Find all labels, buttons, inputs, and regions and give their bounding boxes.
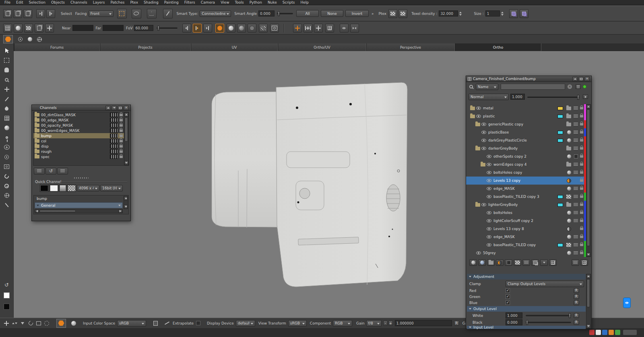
gain-fstop-dropdown[interactable]: f/8 <box>366 320 382 327</box>
layer-row-selected[interactable]: Levels 13 copy <box>466 177 586 185</box>
export-icon[interactable] <box>46 9 55 18</box>
layer-row[interactable]: edge_MASK <box>466 233 586 241</box>
list-icon[interactable] <box>574 123 578 126</box>
far-field[interactable] <box>103 25 124 31</box>
lock-icon[interactable] <box>580 220 583 222</box>
mirror-off-icon[interactable] <box>193 24 202 33</box>
polygon-select-icon[interactable] <box>147 9 157 18</box>
layer-row[interactable]: darkGreyPlasticCircle <box>466 136 586 144</box>
group-folder-icon[interactable] <box>470 107 475 110</box>
grid-view-icon[interactable] <box>580 259 588 266</box>
input-level-header[interactable]: Input Level <box>467 326 586 329</box>
background-color-swatch[interactable] <box>0 301 14 312</box>
menu-objects[interactable]: Objects <box>48 0 68 4</box>
smart-type-dropdown[interactable]: Connectedness <box>200 10 231 17</box>
open-project-icon[interactable] <box>13 9 22 18</box>
layer-row[interactable]: darkerGreyBody <box>466 144 586 152</box>
filter-mode-dropdown[interactable]: Name <box>476 84 498 90</box>
symmetry-y-icon[interactable] <box>314 24 323 33</box>
marquee-select-icon[interactable] <box>117 9 127 18</box>
red-checkbox[interactable]: ✓ <box>506 288 510 293</box>
menu-painting[interactable]: Painting <box>161 0 182 4</box>
layer-color-swatch[interactable] <box>557 203 563 207</box>
uv-view-icon[interactable] <box>3 24 12 33</box>
fov-field[interactable]: 60.000 <box>134 25 153 31</box>
sphere-tool-icon[interactable] <box>0 123 14 133</box>
marquee-select-tool-icon[interactable] <box>0 55 14 65</box>
projector-icon[interactable] <box>14 24 23 33</box>
project-hex-icon[interactable] <box>56 319 66 328</box>
list-icon[interactable] <box>574 235 578 239</box>
blend-amount-slider[interactable] <box>527 97 580 98</box>
white-reset-button[interactable]: R <box>574 313 579 318</box>
lock-icon[interactable] <box>580 115 583 117</box>
layer-visibility-icon[interactable] <box>487 227 491 230</box>
layer-visibility-icon[interactable] <box>476 107 481 110</box>
channel-row[interactable]: 00_wornEdges_MASK <box>33 128 124 133</box>
near-field[interactable] <box>72 25 93 31</box>
menu-camera[interactable]: Camera <box>198 0 218 4</box>
symmetry-x-icon[interactable] <box>303 24 312 33</box>
channel-row[interactable]: 00_opacity_MASK <box>33 123 124 128</box>
layer-row[interactable]: plasticBase <box>466 128 586 136</box>
lock-icon[interactable] <box>580 236 583 238</box>
tab-forums[interactable]: Forums <box>14 43 100 51</box>
display-device-dropdown[interactable]: default <box>236 320 255 327</box>
projector-tool-icon[interactable] <box>0 181 14 191</box>
tab-perspective[interactable]: Perspective <box>366 43 455 51</box>
pan-hand-tool-icon[interactable] <box>0 65 14 75</box>
list-icon[interactable] <box>574 195 578 199</box>
blend-amount-field[interactable]: 1.000 <box>510 94 525 100</box>
layer-color-swatch[interactable] <box>557 195 563 199</box>
gain-value-field[interactable]: 1.000000 <box>395 320 452 326</box>
facing-dropdown[interactable]: Front <box>89 10 114 17</box>
shader-group-dropdown[interactable]: General <box>35 202 123 208</box>
menu-filters[interactable]: Filters <box>182 0 198 4</box>
menu-patches[interactable]: Patches <box>107 0 127 4</box>
grey-gradient-swatch[interactable] <box>59 185 66 192</box>
lock-icon[interactable] <box>580 244 583 246</box>
eyedropper-tool-icon[interactable] <box>0 200 14 210</box>
white-field[interactable]: 1.000 <box>506 312 522 319</box>
save-project-icon[interactable] <box>23 9 32 18</box>
texel-density-field[interactable]: 32.000 <box>439 10 458 16</box>
layer-visibility-icon[interactable] <box>487 243 491 247</box>
add-channel-icon[interactable] <box>34 168 45 175</box>
menu-view[interactable]: View <box>218 0 232 4</box>
layer-visibility-icon[interactable] <box>487 163 491 166</box>
move-view-icon[interactable] <box>2 319 10 328</box>
brush-tip-soft-icon[interactable] <box>227 24 235 33</box>
menu-tools[interactable]: Tools <box>232 0 247 4</box>
checker-pattern-swatch[interactable] <box>67 185 76 192</box>
lock-icon[interactable] <box>580 212 583 214</box>
ptex-decrease-res-icon[interactable] <box>398 9 407 18</box>
list-icon[interactable] <box>574 243 578 247</box>
list-icon[interactable] <box>574 203 578 207</box>
layer-row[interactable]: boltsHoles <box>466 209 586 217</box>
select-invert-button[interactable]: Invert <box>345 10 369 17</box>
layer-visibility-icon[interactable] <box>481 131 486 134</box>
patch-grid-tool-icon[interactable] <box>0 113 14 123</box>
page-icon[interactable] <box>152 319 160 328</box>
tab-uv[interactable]: UV <box>191 43 278 51</box>
duplicate-layer-icon[interactable] <box>531 259 539 266</box>
panel-collapse-icon[interactable] <box>572 77 578 81</box>
layer-visibility-icon[interactable] <box>487 235 491 238</box>
lock-icon[interactable] <box>580 228 583 230</box>
slice-tool-icon[interactable] <box>0 94 14 104</box>
add-mask-icon[interactable] <box>505 259 512 266</box>
falloff-circle-icon[interactable] <box>215 24 224 33</box>
active-project-icon[interactable] <box>3 35 13 43</box>
menu-ptex[interactable]: Ptex <box>127 0 141 4</box>
paint-through-icon[interactable] <box>45 24 54 33</box>
tray-app-icon[interactable] <box>596 330 601 335</box>
channels-panel-titlebar[interactable]: Channels × <box>32 105 130 111</box>
lock-icon[interactable] <box>580 187 583 190</box>
layer-row[interactable]: otherSpots copy 2 <box>466 152 586 160</box>
red-reset-button[interactable]: R <box>574 288 579 293</box>
filter-options-icon[interactable] <box>576 84 581 89</box>
select-tool-icon[interactable] <box>0 46 14 55</box>
frame-all-icon[interactable] <box>35 319 43 328</box>
channel-list-scrollbar[interactable] <box>124 112 129 165</box>
lock-icon[interactable] <box>580 123 583 125</box>
